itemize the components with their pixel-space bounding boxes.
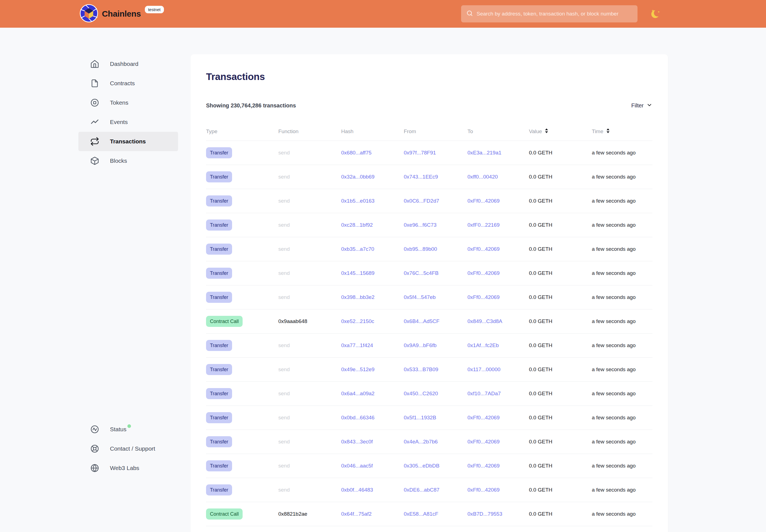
home-icon — [90, 59, 99, 69]
from-address-link[interactable]: 0x743...1EEc9 — [404, 174, 438, 180]
to-address-link[interactable]: 0x117...00000 — [468, 366, 501, 372]
dark-mode-toggle[interactable] — [649, 7, 662, 20]
sidebar-item-label: Contracts — [110, 80, 135, 87]
table-row: Transfer send 0x0bd...66346 0x5f1...1932… — [206, 406, 653, 430]
column-header-time[interactable]: Time — [592, 128, 653, 135]
sidebar-item-tokens[interactable]: Tokens — [78, 93, 178, 112]
sidebar-item-label: Transactions — [110, 138, 146, 145]
transaction-type-badge: Transfer — [206, 484, 232, 495]
from-address-link[interactable]: 0xe96...f6C73 — [404, 222, 437, 228]
from-address-link[interactable]: 0x9A9...bF6fb — [404, 342, 437, 348]
from-address-link[interactable]: 0xE58...A81cF — [404, 511, 439, 517]
hash-link[interactable]: 0xe52...2150c — [341, 318, 374, 324]
from-address-link[interactable]: 0x76C...5c4FB — [404, 270, 439, 276]
hash-link[interactable]: 0x32a...0bb69 — [341, 174, 374, 180]
hash-link[interactable]: 0x49e...512e9 — [341, 366, 374, 372]
to-address-link[interactable]: 0xFf0...42069 — [468, 198, 500, 204]
hash-link[interactable]: 0xb35...a7c70 — [341, 246, 374, 252]
time-cell: a few seconds ago — [592, 246, 653, 252]
hash-link[interactable]: 0x680...aff75 — [341, 150, 371, 156]
from-address-link[interactable]: 0x97f...78F91 — [404, 150, 436, 156]
sidebar-item-label: Dashboard — [110, 61, 138, 67]
time-cell: a few seconds ago — [592, 150, 653, 156]
from-address-link[interactable]: 0x6B4...Ad5CF — [404, 318, 440, 324]
hash-link[interactable]: 0xb0f...46483 — [341, 487, 373, 493]
to-address-link[interactable]: 0xE3a...219a1 — [468, 150, 502, 156]
value-cell: 0.0 GETH — [529, 270, 592, 276]
value-cell: 0.0 GETH — [529, 487, 592, 493]
table-row: Transfer send 0x145...15689 0x76C...5c4F… — [206, 261, 653, 285]
column-header-value[interactable]: Value — [529, 128, 592, 135]
from-address-link[interactable]: 0xDE6...abC87 — [404, 487, 440, 493]
search-input[interactable] — [477, 11, 633, 17]
table-row: Transfer send 0x680...aff75 0x97f...78F9… — [206, 141, 653, 165]
from-address-link[interactable]: 0x5f1...1932B — [404, 415, 436, 420]
hash-link[interactable]: 0x64f...75af2 — [341, 511, 371, 517]
table-header-row: Type Function Hash From To Value Time — [206, 122, 653, 141]
cube-icon — [90, 156, 99, 166]
hash-link[interactable]: 0x145...15689 — [341, 270, 374, 276]
sidebar-item-contact-support[interactable]: Contact / Support — [78, 439, 178, 458]
to-address-link[interactable]: 0xFf0...42069 — [468, 270, 500, 276]
hash-link[interactable]: 0x046...aac5f — [341, 463, 373, 469]
sidebar-item-status[interactable]: Status — [78, 420, 178, 439]
from-address-link[interactable]: 0x0C6...FD2d7 — [404, 198, 439, 204]
hash-link[interactable]: 0x843...3ec0f — [341, 439, 373, 445]
sidebar-item-contracts[interactable]: Contracts — [78, 74, 178, 93]
to-address-link[interactable]: 0xFf0...42069 — [468, 487, 500, 493]
to-address-link[interactable]: 0xff0...00420 — [468, 174, 498, 180]
time-cell: a few seconds ago — [592, 222, 653, 228]
sidebar-item-blocks[interactable]: Blocks — [78, 151, 178, 171]
hash-link[interactable]: 0x1b5...e0163 — [341, 198, 374, 204]
to-address-link[interactable]: 0xf10...7ADa7 — [468, 391, 501, 396]
to-address-link[interactable]: 0x849...C3d8A — [468, 318, 502, 324]
hash-link[interactable]: 0xa77...1f424 — [341, 342, 373, 348]
function-cell: send — [278, 294, 341, 300]
hash-link[interactable]: 0x6a4...a09a2 — [341, 391, 374, 396]
value-cell: 0.0 GETH — [529, 463, 592, 469]
value-cell: 0.0 GETH — [529, 222, 592, 228]
to-address-link[interactable]: 0xfF0...22169 — [468, 222, 500, 228]
from-address-link[interactable]: 0x450...C2620 — [404, 391, 438, 396]
sidebar-item-web3-labs[interactable]: Web3 Labs — [78, 458, 178, 478]
sidebar-item-label: Web3 Labs — [110, 465, 139, 471]
function-cell: send — [278, 198, 341, 204]
from-address-link[interactable]: 0xb95...89b00 — [404, 246, 437, 252]
from-address-link[interactable]: 0x4eA...2b7b6 — [404, 439, 438, 445]
to-address-link[interactable]: 0xFf0...42069 — [468, 463, 500, 469]
transaction-type-badge: Transfer — [206, 292, 232, 303]
to-address-link[interactable]: 0xFf0...42069 — [468, 246, 500, 252]
moon-icon — [649, 16, 662, 21]
to-address-link[interactable]: 0xB7D...79553 — [468, 511, 502, 517]
function-cell: send — [278, 463, 341, 469]
brand-name: Chainlens — [102, 9, 141, 19]
sidebar-item-label: Contact / Support — [110, 445, 155, 452]
sidebar-item-events[interactable]: Events — [78, 112, 178, 132]
table-row: Transfer send 0xa77...1f424 0x9A9...bF6f… — [206, 334, 653, 358]
sidebar-item-dashboard[interactable]: Dashboard — [78, 54, 178, 74]
hash-link[interactable]: 0x0bd...66346 — [341, 415, 374, 420]
filter-button[interactable]: Filter — [631, 102, 653, 109]
transactions-panel: Transactions Showing 230,764,286 transac… — [190, 54, 668, 532]
to-address-link[interactable]: 0x1Af...fc2Eb — [468, 342, 499, 348]
to-address-link[interactable]: 0xFf0...42069 — [468, 294, 500, 300]
time-cell: a few seconds ago — [592, 366, 653, 373]
to-address-link[interactable]: 0xFf0...42069 — [468, 415, 500, 420]
transaction-type-badge: Contract Call — [206, 316, 242, 327]
hash-link[interactable]: 0xc28...1bf92 — [341, 222, 373, 228]
brand-logo-link[interactable]: Chainlens testnet — [80, 4, 164, 23]
function-cell: send — [278, 270, 341, 276]
function-cell: send — [278, 487, 341, 493]
to-address-link[interactable]: 0xFf0...42069 — [468, 439, 500, 445]
from-address-link[interactable]: 0x5f4...547eb — [404, 294, 436, 300]
value-cell: 0.0 GETH — [529, 366, 592, 373]
sidebar-item-transactions[interactable]: Transactions — [78, 132, 178, 151]
sidebar-item-label: Tokens — [110, 99, 128, 106]
life-buoy-icon — [90, 444, 99, 453]
hash-link[interactable]: 0x398...bb3e2 — [341, 294, 374, 300]
from-address-link[interactable]: 0x305...eDbDB — [404, 463, 440, 469]
value-cell: 0.0 GETH — [529, 150, 592, 156]
sidebar-footer-nav: Status Contact / Support Web3 Labs — [78, 420, 178, 478]
from-address-link[interactable]: 0x533...B7B09 — [404, 366, 439, 372]
value-cell: 0.0 GETH — [529, 246, 592, 252]
